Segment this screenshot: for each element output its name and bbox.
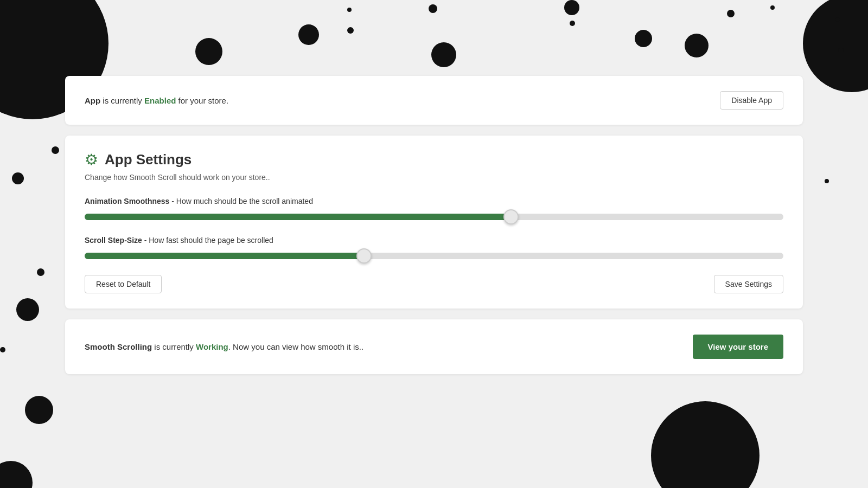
bottom-status-card: Smooth Scrolling is currently Working. N… xyxy=(65,319,803,374)
enabled-badge: Enabled xyxy=(144,96,176,105)
bottom-suffix: . Now you can view how smooth it is.. xyxy=(228,342,363,351)
settings-header: ⚙ App Settings xyxy=(85,151,783,169)
blob-bottom-right xyxy=(651,401,760,488)
settings-description: Change how Smooth Scroll should work on … xyxy=(85,173,783,182)
blob-bottom-left xyxy=(0,461,33,488)
animation-slider-fill xyxy=(85,214,511,220)
gear-icon: ⚙ xyxy=(85,151,98,169)
app-status-text: App is currently Enabled for your store. xyxy=(85,96,228,105)
animation-label: Animation Smoothness - How much should b… xyxy=(85,197,783,206)
app-label: App xyxy=(85,96,100,105)
app-status-card: App is currently Enabled for your store.… xyxy=(65,76,803,125)
animation-smoothness-section: Animation Smoothness - How much should b… xyxy=(85,197,783,223)
bottom-status-text: Smooth Scrolling is currently Working. N… xyxy=(85,342,363,351)
view-store-button[interactable]: View your store xyxy=(693,335,783,359)
scroll-label-desc: - How fast should the page be scrolled xyxy=(142,236,273,245)
scroll-slider-track xyxy=(85,253,783,259)
settings-actions: Reset to Default Save Settings xyxy=(85,275,783,293)
animation-label-bold: Animation Smoothness xyxy=(85,197,169,206)
settings-title: App Settings xyxy=(105,151,192,168)
animation-slider-container xyxy=(85,211,783,223)
smooth-scrolling-label: Smooth Scrolling xyxy=(85,342,152,351)
status-suffix: for your store. xyxy=(178,96,229,105)
save-settings-button[interactable]: Save Settings xyxy=(714,275,783,293)
main-content: App is currently Enabled for your store.… xyxy=(65,76,803,374)
animation-slider-thumb[interactable] xyxy=(503,209,519,224)
reset-default-button[interactable]: Reset to Default xyxy=(85,275,162,293)
animation-slider-track xyxy=(85,214,783,220)
animation-label-desc: - How much should be the scroll animated xyxy=(169,197,313,206)
scroll-label-bold: Scroll Step-Size xyxy=(85,236,142,245)
settings-card: ⚙ App Settings Change how Smooth Scroll … xyxy=(65,136,803,309)
scroll-slider-container xyxy=(85,250,783,262)
scroll-stepsize-section: Scroll Step-Size - How fast should the p… xyxy=(85,236,783,262)
scroll-slider-thumb[interactable] xyxy=(356,248,372,264)
bottom-middle: is currently xyxy=(154,342,196,351)
scroll-label: Scroll Step-Size - How fast should the p… xyxy=(85,236,783,245)
working-badge: Working xyxy=(196,342,228,351)
blob-top-right xyxy=(803,0,868,92)
status-middle: is currently xyxy=(103,96,142,105)
scroll-slider-fill xyxy=(85,253,364,259)
disable-app-button[interactable]: Disable App xyxy=(720,91,783,110)
